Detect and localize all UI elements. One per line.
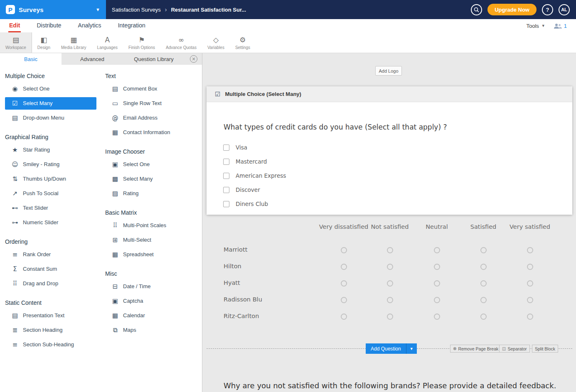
checkbox[interactable] — [223, 173, 229, 179]
radio-button[interactable] — [527, 314, 533, 320]
radio-button[interactable] — [341, 264, 347, 270]
question-type-section-sub-heading[interactable]: ≡Section Sub-Heading — [5, 337, 101, 352]
upgrade-button[interactable]: Upgrade Now — [487, 4, 537, 15]
toolbar-finish-options[interactable]: ⚑Finish Options — [123, 32, 160, 53]
radio-button[interactable] — [434, 264, 440, 270]
panel-tab-basic[interactable]: Basic — [0, 53, 62, 65]
answer-option[interactable]: Diners Club — [223, 197, 286, 211]
answer-option[interactable]: Visa — [223, 140, 286, 154]
add-question-button[interactable]: Add Question ▼ — [366, 343, 417, 354]
radio-button[interactable] — [527, 280, 533, 287]
question-type-select-many[interactable]: ▩Select Many — [105, 172, 199, 186]
tools-menu[interactable]: Tools ▼ — [526, 23, 545, 29]
question-type-select-many[interactable]: ☑Select Many — [5, 97, 96, 110]
tab-edit[interactable]: Edit — [8, 19, 21, 32]
radio-button[interactable] — [434, 297, 440, 303]
radio-button[interactable] — [480, 247, 487, 253]
question-type-spreadsheet[interactable]: ▦Spreadsheet — [105, 247, 199, 262]
radio-button[interactable] — [480, 280, 487, 287]
toolbar-variables[interactable]: ◇Variables — [202, 32, 230, 53]
radio-button[interactable] — [341, 247, 347, 253]
question-type-maps[interactable]: ⧉Maps — [105, 323, 199, 337]
help-button[interactable]: ? — [542, 4, 553, 15]
toolbar-languages[interactable]: ALanguages — [92, 32, 123, 53]
radio-button[interactable] — [480, 314, 487, 320]
radio-button[interactable] — [387, 297, 393, 303]
question-type-push-to-social[interactable]: ↗Push To Social — [5, 186, 101, 201]
question-type-rating[interactable]: ▨Rating — [105, 186, 199, 201]
radio-button[interactable] — [387, 247, 393, 253]
breadcrumb-current[interactable]: Restaurant Satisfaction Sur... — [171, 7, 246, 13]
tab-distribute[interactable]: Distribute — [36, 19, 62, 32]
product-switcher[interactable]: P Surveys ▼ — [0, 0, 106, 19]
next-question-text[interactable]: Why are you not satisfied with the follo… — [224, 381, 569, 390]
question-type-date-time[interactable]: ⊟Date / Time — [105, 279, 199, 294]
separator-button[interactable]: ◫ Separator — [499, 345, 530, 353]
radio-button[interactable] — [434, 314, 440, 320]
answer-option[interactable]: Discover — [223, 183, 286, 197]
question-type-drag-and-drop[interactable]: ⠿Drag and Drop — [5, 276, 101, 291]
radio-button[interactable] — [527, 297, 533, 303]
tab-analytics[interactable]: Analytics — [77, 19, 102, 32]
radio-button[interactable] — [480, 264, 487, 270]
question-type-email-address[interactable]: @Email Address — [105, 110, 199, 125]
question-type-numeric-slider[interactable]: ⊶Numeric Slider — [5, 215, 101, 230]
question-type-calendar[interactable]: ▦Calendar — [105, 308, 199, 323]
question-type-multi-point-scales[interactable]: ⠿Multi-Point Scales — [105, 218, 199, 233]
panel-tab-advanced[interactable]: Advanced — [62, 53, 123, 65]
radio-button[interactable] — [527, 264, 533, 270]
avatar[interactable]: AL — [559, 4, 570, 15]
question-type-constant-sum[interactable]: ΣConstant Sum — [5, 262, 101, 276]
split-block-button[interactable]: Split Block — [532, 345, 558, 353]
search-button[interactable] — [471, 4, 482, 15]
radio-button[interactable] — [387, 280, 393, 287]
toolbar-workspace[interactable]: ▤Workspace — [0, 32, 32, 53]
radio-button[interactable] — [434, 280, 440, 287]
checkbox[interactable] — [223, 187, 229, 193]
question-type-thumbs-up-down[interactable]: ⇅Thumbs Up/Down — [5, 172, 101, 186]
radio-button[interactable] — [527, 247, 533, 253]
question-type-multi-select[interactable]: ⊞Multi-Select — [105, 233, 199, 247]
checkbox[interactable] — [223, 201, 229, 207]
toolbar-settings[interactable]: ⚙Settings — [230, 32, 256, 53]
radio-button[interactable] — [341, 280, 347, 287]
toolbar-advance-quotas[interactable]: ∞Advance Quotas — [160, 32, 202, 53]
radio-button[interactable] — [480, 297, 487, 303]
question-type-rank-order[interactable]: ≡Rank Order — [5, 247, 101, 262]
question-type-select-one[interactable]: ▣Select One — [105, 157, 199, 172]
question-type-section-heading[interactable]: ≣Section Heading — [5, 323, 101, 337]
question-type-presentation-text[interactable]: ▤Presentation Text — [5, 308, 101, 323]
panel-tab-question-library[interactable]: Question Library — [123, 53, 185, 65]
radio-button[interactable] — [341, 297, 347, 303]
add-question-label[interactable]: Add Question — [366, 343, 406, 354]
remove-page-break-button[interactable]: ⊗ Remove Page Break — [450, 345, 501, 353]
question-type-smiley-rating[interactable]: ☺Smiley - Rating — [5, 157, 101, 172]
answer-option[interactable]: American Express — [223, 169, 286, 183]
question-type-select-one[interactable]: ◉Select One — [5, 81, 101, 96]
toolbar-media-library[interactable]: ▦Media Library — [56, 32, 92, 53]
question-type-text-slider[interactable]: ⊷Text Slider — [5, 201, 101, 215]
question-type-captcha[interactable]: ▣Captcha — [105, 294, 199, 308]
question-type-drop-down-menu[interactable]: ▤Drop-down Menu — [5, 110, 101, 125]
radio-button[interactable] — [341, 314, 347, 320]
question-type-star-rating[interactable]: ★Star Rating — [5, 142, 101, 157]
add-logo-button[interactable]: Add Logo — [375, 66, 402, 76]
radio-button[interactable] — [387, 264, 393, 270]
add-question-dropdown[interactable]: ▼ — [406, 343, 417, 354]
toolbar-design[interactable]: ◧Design — [32, 32, 56, 53]
close-panel-button[interactable]: ✕ — [190, 55, 197, 63]
answer-option[interactable]: Mastercard — [223, 154, 286, 169]
tab-integration[interactable]: Integration — [117, 19, 146, 32]
question-type-contact-information[interactable]: ▦Contact Information — [105, 125, 199, 140]
question-card-header[interactable]: ☑ Multiple Choice (Select Many) — [207, 86, 572, 102]
radio-button[interactable] — [434, 247, 440, 253]
collaborators[interactable]: 1 — [554, 23, 567, 29]
checkbox[interactable] — [223, 159, 229, 165]
question-type-single-row-text[interactable]: ▭Single Row Text — [105, 96, 199, 110]
radio-button[interactable] — [387, 314, 393, 320]
breadcrumb-parent[interactable]: Satisfaction Surveys — [112, 7, 161, 13]
question-text[interactable]: What types of credit cards do you have (… — [224, 123, 447, 131]
checkbox[interactable] — [223, 145, 229, 151]
question-type-comment-box[interactable]: ▤Comment Box — [105, 81, 199, 96]
design-icon: ◧ — [40, 36, 47, 44]
